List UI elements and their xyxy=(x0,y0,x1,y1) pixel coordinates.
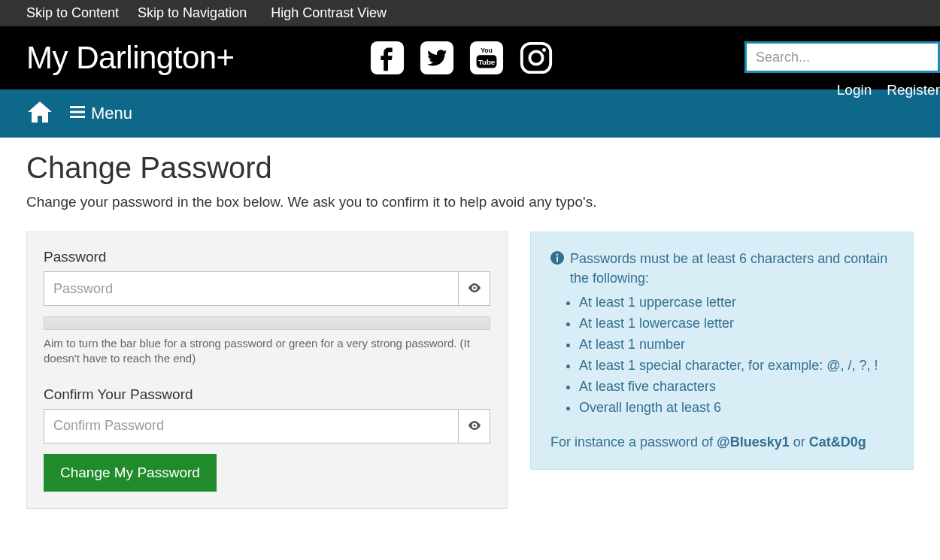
svg-rect-11 xyxy=(70,116,85,118)
youtube-icon[interactable]: YouTube xyxy=(469,41,504,75)
search-input[interactable] xyxy=(744,41,940,73)
skip-to-navigation-link[interactable]: Skip to Navigation xyxy=(138,5,247,21)
hamburger-icon xyxy=(70,104,85,123)
confirm-password-input[interactable] xyxy=(44,409,459,443)
svg-text:You: You xyxy=(481,47,493,54)
menu-label: Menu xyxy=(91,104,132,123)
info-icon xyxy=(550,249,564,270)
password-strength-hint: Aim to turn the bar blue for a strong pa… xyxy=(44,336,490,367)
password-strength-bar xyxy=(44,316,490,330)
site-header: My Darlington+ YouTube Login Register xyxy=(0,26,940,89)
auth-links: Login Register xyxy=(837,82,940,98)
password-input[interactable] xyxy=(44,271,459,306)
svg-point-12 xyxy=(473,286,475,289)
svg-point-16 xyxy=(556,253,559,256)
home-icon[interactable] xyxy=(26,100,53,127)
requirements-list: At least 1 uppercase letter At least 1 l… xyxy=(579,292,893,418)
requirement-item: At least 1 number xyxy=(579,334,893,356)
svg-point-8 xyxy=(542,48,546,52)
register-link[interactable]: Register xyxy=(887,82,940,98)
site-logo[interactable]: My Darlington+ xyxy=(26,40,235,76)
svg-text:Tube: Tube xyxy=(478,58,495,66)
confirm-password-toggle-visibility[interactable] xyxy=(459,409,490,443)
twitter-icon[interactable] xyxy=(420,41,454,75)
facebook-icon[interactable] xyxy=(370,41,405,75)
accessibility-skipbar: Skip to Content Skip to Navigation High … xyxy=(0,0,940,26)
password-requirements: Passwords must be at least 6 characters … xyxy=(530,232,914,470)
eye-icon xyxy=(468,282,481,295)
svg-point-7 xyxy=(529,51,542,64)
confirm-password-group xyxy=(44,409,490,443)
search-wrap xyxy=(744,41,940,73)
svg-rect-9 xyxy=(70,106,85,108)
page-body: Change Password Change your password in … xyxy=(0,138,940,539)
requirement-item: At least 1 uppercase letter xyxy=(579,292,893,313)
login-link[interactable]: Login xyxy=(837,82,872,98)
svg-point-13 xyxy=(473,424,475,426)
password-label: Password xyxy=(44,249,490,265)
password-form: Password Aim to turn the bar blue for a … xyxy=(26,232,508,509)
high-contrast-link[interactable]: High Contrast View xyxy=(271,5,387,21)
skip-to-content-link[interactable]: Skip to Content xyxy=(26,5,119,21)
example-text: For instance a password of @Bluesky1 or … xyxy=(550,432,893,453)
menu-toggle[interactable]: Menu xyxy=(70,104,132,123)
header-right: Login Register xyxy=(744,41,940,98)
svg-rect-15 xyxy=(556,257,558,262)
password-group xyxy=(44,271,490,306)
social-links: YouTube xyxy=(370,41,553,75)
svg-rect-10 xyxy=(70,111,85,114)
requirement-item: At least 1 special character, for exampl… xyxy=(579,356,893,377)
page-lead: Change your password in the box below. W… xyxy=(26,194,914,210)
requirements-intro: Passwords must be at least 6 characters … xyxy=(570,249,893,288)
eye-icon xyxy=(468,419,481,433)
requirement-item: At least 1 lowercase letter xyxy=(579,313,893,334)
requirement-item: Overall length at least 6 xyxy=(579,398,893,419)
change-password-button[interactable]: Change My Password xyxy=(44,454,217,492)
requirement-item: At least five characters xyxy=(579,377,893,398)
instagram-icon[interactable] xyxy=(519,41,553,75)
svg-rect-6 xyxy=(521,44,550,72)
password-toggle-visibility[interactable] xyxy=(459,271,490,306)
confirm-password-label: Confirm Your Password xyxy=(44,386,490,403)
page-title: Change Password xyxy=(26,151,914,185)
